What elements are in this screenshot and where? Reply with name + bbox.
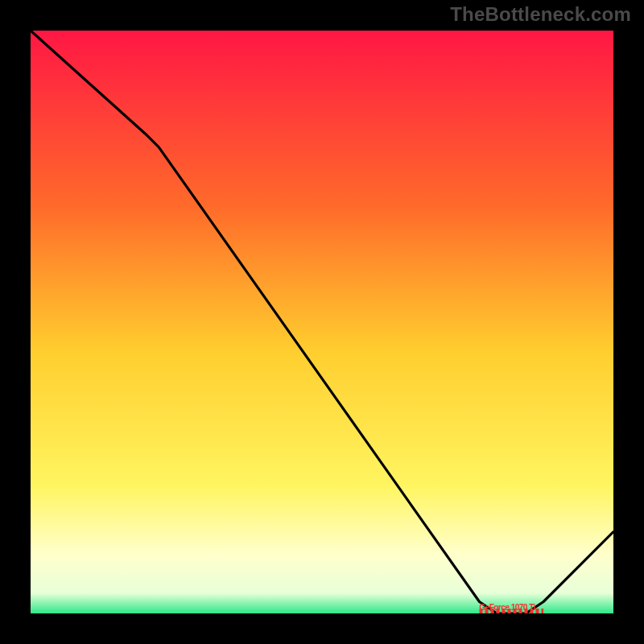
watermark-text: TheBottleneck.com	[450, 3, 631, 26]
gradient-background	[31, 31, 613, 613]
chart-svg	[31, 31, 613, 613]
baseline-label: GeForce 1070 Ti	[479, 603, 535, 612]
chart-frame: TheBottleneck.com GeForce 1070 Ti	[0, 0, 644, 644]
plot-area	[31, 31, 613, 613]
